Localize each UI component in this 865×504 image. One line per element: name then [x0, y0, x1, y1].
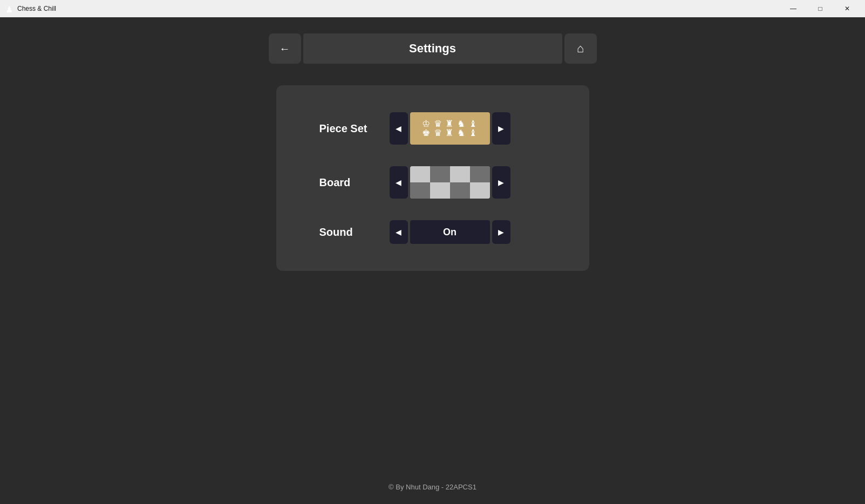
app-icon: ♟: [5, 4, 14, 13]
piece-set-display: ♔ ♛ ♜ ♞ ♝ ♚ ♛ ♜ ♞ ♝: [410, 112, 490, 145]
board-display: [410, 166, 490, 199]
sound-next-button[interactable]: ▶: [492, 220, 510, 244]
close-button[interactable]: ✕: [835, 0, 860, 17]
board-next-button[interactable]: ▶: [492, 166, 510, 199]
pieces-top-row: ♔ ♛ ♜ ♞ ♝: [422, 119, 478, 128]
minimize-button[interactable]: —: [781, 0, 806, 17]
title-bar-controls: — □ ✕: [781, 0, 860, 17]
app-title: Chess & Chill: [17, 5, 56, 12]
piece-set-prev-button[interactable]: ◀: [390, 112, 408, 145]
sound-controls: ◀ On ▶: [390, 220, 510, 244]
home-button[interactable]: ⌂: [564, 33, 597, 64]
sound-row: Sound ◀ On ▶: [319, 220, 546, 244]
board-cell-6: [430, 182, 450, 199]
piece-set-next-button[interactable]: ▶: [492, 112, 510, 145]
page-title: Settings: [409, 42, 456, 56]
sound-label: Sound: [319, 226, 373, 239]
title-bar-left: ♟ Chess & Chill: [5, 4, 56, 13]
title-bar: ♟ Chess & Chill — □ ✕: [0, 0, 865, 17]
board-label: Board: [319, 176, 373, 189]
piece-set-label: Piece Set: [319, 122, 373, 135]
board-cell-8: [470, 182, 490, 199]
maximize-button[interactable]: □: [808, 0, 833, 17]
board-cell-1: [410, 166, 430, 182]
piece-set-row: Piece Set ◀ ♔ ♛ ♜ ♞ ♝ ♚ ♛ ♜ ♞ ♝ ▶: [319, 112, 546, 145]
board-prev-button[interactable]: ◀: [390, 166, 408, 199]
pieces-bottom-row: ♚ ♛ ♜ ♞ ♝: [422, 128, 478, 138]
board-cell-7: [450, 182, 470, 199]
sound-value: On: [443, 227, 457, 238]
board-cell-4: [470, 166, 490, 182]
board-cell-2: [430, 166, 450, 182]
board-row: Board ◀ ▶: [319, 166, 546, 199]
settings-panel: Piece Set ◀ ♔ ♛ ♜ ♞ ♝ ♚ ♛ ♜ ♞ ♝ ▶ Board …: [276, 85, 589, 271]
board-cell-3: [450, 166, 470, 182]
piece-set-controls: ◀ ♔ ♛ ♜ ♞ ♝ ♚ ♛ ♜ ♞ ♝ ▶: [390, 112, 510, 145]
main-content: ← Settings ⌂ Piece Set ◀ ♔ ♛ ♜ ♞ ♝ ♚ ♛ ♜…: [0, 17, 865, 504]
board-controls: ◀ ▶: [390, 166, 510, 199]
nav-bar: ← Settings ⌂: [269, 33, 597, 64]
footer: © By Nhut Dang - 22APCS1: [0, 483, 865, 491]
sound-value-display: On: [410, 220, 490, 244]
footer-text: © By Nhut Dang - 22APCS1: [389, 483, 476, 491]
board-cell-5: [410, 182, 430, 199]
sound-prev-button[interactable]: ◀: [390, 220, 408, 244]
back-button[interactable]: ←: [269, 33, 301, 64]
settings-title-bar: Settings: [303, 33, 562, 64]
